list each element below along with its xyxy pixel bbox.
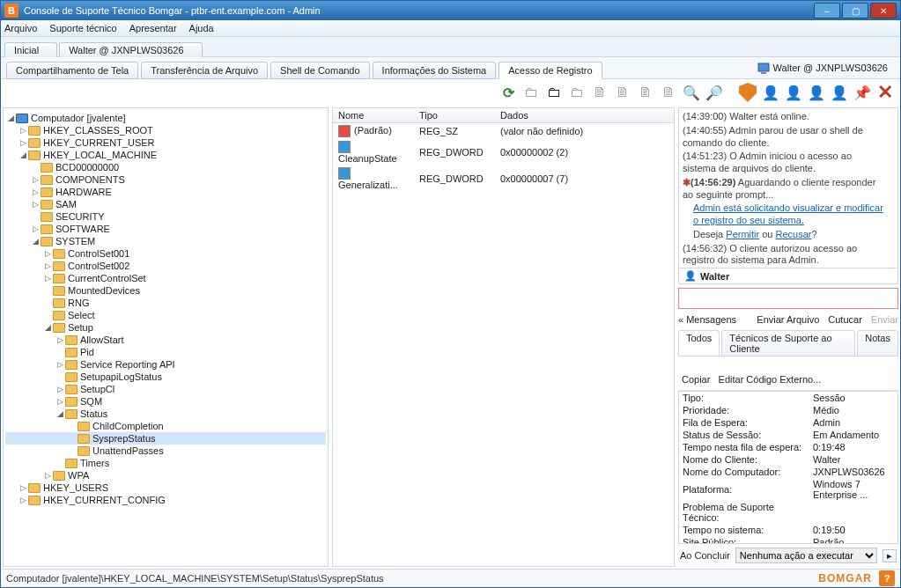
conclude-row: Ao Concluir Nenhuma ação a executar ▸ xyxy=(678,544,898,567)
chat-link[interactable]: Admin está solicitando visualizar e modi… xyxy=(693,202,883,225)
tree-item[interactable]: ▷SAM xyxy=(5,198,326,210)
menu-present[interactable]: Apresentar xyxy=(129,23,177,33)
tree-item[interactable]: ▷HKEY_USERS xyxy=(5,481,326,494)
user-b-icon[interactable]: 👤 xyxy=(830,83,849,102)
maximize-button[interactable]: ▢ xyxy=(842,3,868,18)
tree-item[interactable]: MountedDevices xyxy=(5,284,326,297)
tree-item[interactable]: ▷SOFTWARE xyxy=(5,223,326,235)
tree-item[interactable]: ▷HKEY_CLASSES_ROOT xyxy=(5,124,326,136)
send-file-button[interactable]: Enviar Arquivo xyxy=(757,314,819,325)
user-icon: 👤 xyxy=(684,270,697,282)
tree-item[interactable]: ▷Service Reporting API xyxy=(5,358,326,371)
tab-file-transfer[interactable]: Transferência de Arquivo xyxy=(141,62,268,79)
user-add-green-icon[interactable]: 👤 xyxy=(784,83,803,102)
registry-tree-pane: ◢Computador [jvalente] ▷HKEY_CLASSES_ROO… xyxy=(3,107,329,567)
pin-icon[interactable]: 📌 xyxy=(853,83,872,102)
tab-command-shell[interactable]: Shell de Comando xyxy=(270,62,370,79)
session-tab-initial[interactable]: Inicial xyxy=(4,42,57,57)
tree-item[interactable]: ◢Setup xyxy=(5,321,326,334)
menu-help[interactable]: Ajuda xyxy=(189,23,214,33)
menu-file[interactable]: Arquivo xyxy=(4,23,37,33)
registry-tree[interactable]: ◢Computador [jvalente] ▷HKEY_CLASSES_ROO… xyxy=(4,108,328,510)
col-type[interactable]: Tipo xyxy=(414,108,495,123)
tree-item[interactable]: ◢SYSTEM xyxy=(5,235,326,247)
tree-item[interactable]: Pid xyxy=(5,346,326,358)
tree-item[interactable]: ▷AllowStart xyxy=(5,334,326,346)
tree-item[interactable]: ◢HKEY_LOCAL_MACHINE xyxy=(5,149,326,161)
info-tab-techs[interactable]: Técnicos de Suporte ao Cliente xyxy=(721,330,855,356)
close-session-icon[interactable]: ✕ xyxy=(875,83,895,102)
tree-item[interactable]: ▷SetupCl xyxy=(5,383,326,395)
help-button[interactable]: ? xyxy=(879,570,895,586)
chat-input[interactable] xyxy=(678,288,898,309)
chat-permit-link[interactable]: Permitir xyxy=(726,229,759,239)
statusbar: Computador [jvalente]\HKEY_LOCAL_MACHINE… xyxy=(1,569,900,587)
tree-item[interactable]: ▷HARDWARE xyxy=(5,186,326,198)
svg-rect-0 xyxy=(758,63,769,71)
svg-rect-1 xyxy=(761,72,766,74)
chat-deny-link[interactable]: Recusar xyxy=(776,229,812,239)
chat-log: (14:39:00) Walter está online. (14:40:55… xyxy=(678,107,898,268)
tree-item[interactable]: ▷WPA xyxy=(5,469,326,481)
send-button[interactable]: Enviar xyxy=(871,314,898,325)
table-row[interactable]: Generalizati...REG_DWORD0x00000007 (7) xyxy=(333,165,674,192)
info-actions: Copiar Editar Código Externo... xyxy=(678,369,898,391)
tree-item[interactable]: Timers xyxy=(5,457,326,469)
chat-alert-icon: ✱ xyxy=(683,177,691,187)
session-tab-active[interactable]: Walter @ JXNPLWS03626 xyxy=(59,42,202,57)
tab-registry-access[interactable]: Acesso de Registro xyxy=(499,62,602,79)
reg-action-4-icon[interactable]: 🗎 xyxy=(590,83,609,102)
tree-item-selected[interactable]: SysprepStatus xyxy=(5,432,326,445)
edit-external-action[interactable]: Editar Código Externo... xyxy=(719,374,822,385)
conclude-select[interactable]: Nenhuma ação a executar xyxy=(735,548,877,563)
info-tab-all[interactable]: Todos xyxy=(678,330,720,356)
tree-item[interactable]: ▷COMPONENTS xyxy=(5,173,326,186)
registry-values-table[interactable]: Nome Tipo Dados (Padrão)REG_SZ(valor não… xyxy=(333,108,674,192)
tree-item[interactable]: RNG xyxy=(5,297,326,309)
tab-system-info[interactable]: Informações do Sistema xyxy=(373,62,497,79)
tree-root[interactable]: ◢Computador [jvalente] xyxy=(5,112,326,124)
chat-entry: (14:39:00) Walter está online. xyxy=(683,111,887,123)
info-tab-notes[interactable]: Notas xyxy=(857,330,898,356)
reg-action-2-icon[interactable]: 🗀 xyxy=(544,83,564,102)
reg-action-7-icon[interactable]: 🗎 xyxy=(659,83,678,102)
brand-label: BOMGAR xyxy=(818,572,872,584)
user-add-icon[interactable]: 👤 xyxy=(761,83,780,102)
tab-screen-sharing[interactable]: Compartilhamento de Tela xyxy=(6,62,138,79)
tree-item[interactable]: ◢Status xyxy=(5,408,326,420)
tree-item[interactable]: BCD00000000 xyxy=(5,161,326,173)
tree-item[interactable]: ChildCompletion xyxy=(5,420,326,432)
minimize-button[interactable]: – xyxy=(814,3,840,18)
tree-item[interactable]: ▷ControlSet001 xyxy=(5,247,326,260)
reg-action-5-icon[interactable]: 🗎 xyxy=(613,83,632,102)
refresh-icon[interactable]: ⟳ xyxy=(499,83,518,102)
col-name[interactable]: Nome xyxy=(333,108,414,123)
table-row[interactable]: CleanupStateREG_DWORD0x00000002 (2) xyxy=(333,139,674,165)
search-next-icon[interactable]: 🔎 xyxy=(705,83,724,102)
tree-item[interactable]: SECURITY xyxy=(5,210,326,223)
menu-support[interactable]: Suporte técnico xyxy=(49,23,116,33)
tree-item[interactable]: UnattendPasses xyxy=(5,445,326,457)
conclude-go-button[interactable]: ▸ xyxy=(883,549,897,562)
tree-item[interactable]: ▷SQM xyxy=(5,395,326,408)
reg-action-6-icon[interactable]: 🗎 xyxy=(636,83,655,102)
table-row[interactable]: (Padrão)REG_SZ(valor não definido) xyxy=(333,123,674,140)
tree-item[interactable]: SetupapiLogStatus xyxy=(5,371,326,383)
tree-item[interactable]: ▷ControlSet002 xyxy=(5,260,326,272)
reg-action-3-icon[interactable]: 🗀 xyxy=(567,83,587,102)
search-icon[interactable]: 🔍 xyxy=(682,83,701,102)
reg-action-1-icon[interactable]: 🗀 xyxy=(521,83,541,102)
tree-item[interactable]: ▷CurrentControlSet xyxy=(5,272,326,284)
messages-button[interactable]: « Mensagens xyxy=(678,314,736,325)
elevate-icon[interactable] xyxy=(738,83,757,102)
col-data[interactable]: Dados xyxy=(495,108,674,123)
tree-item[interactable]: ▷HKEY_CURRENT_CONFIG xyxy=(5,494,326,506)
nudge-button[interactable]: Cutucar xyxy=(828,314,862,325)
tree-item[interactable]: Select xyxy=(5,309,326,321)
tree-item[interactable]: ▷HKEY_CURRENT_USER xyxy=(5,136,326,149)
user-remove-icon[interactable]: 👤 xyxy=(807,83,826,102)
reg-value-icon xyxy=(338,141,351,153)
copy-action[interactable]: Copiar xyxy=(682,374,710,385)
registry-values-pane: Nome Tipo Dados (Padrão)REG_SZ(valor não… xyxy=(332,107,675,567)
window-close-button[interactable]: ✕ xyxy=(870,3,897,18)
